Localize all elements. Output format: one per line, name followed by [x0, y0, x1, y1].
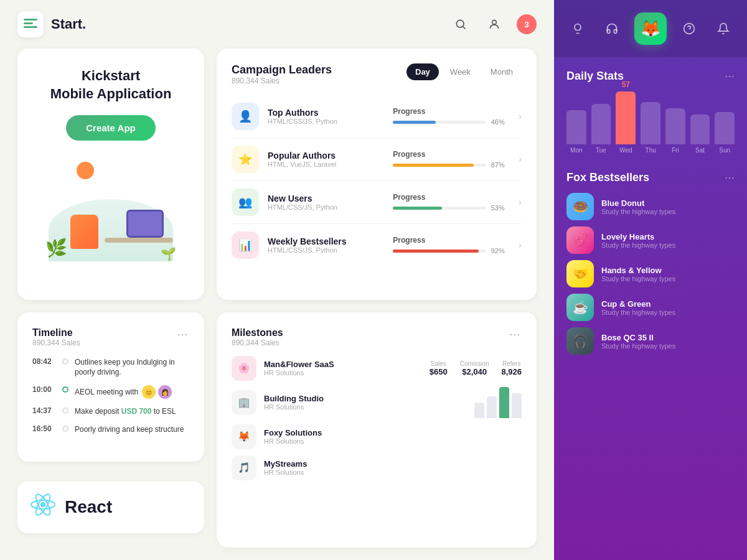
app-title: Start.: [51, 16, 86, 32]
bestseller-thumb-lovely-hearts: 💕: [566, 226, 594, 254]
timeline-dot: [62, 426, 68, 432]
list-item: 08:42 Outlines keep you Indulging in poo…: [32, 357, 189, 378]
ms-stats: Sales $650 Comission $2,040 Refers 8,926: [430, 360, 522, 376]
bestsellers-menu[interactable]: ⋯: [725, 172, 735, 184]
logo-box: [17, 11, 44, 37]
svg-point-3: [40, 502, 45, 507]
milestones-header: Milestones 890,344 Sales ⋯: [232, 327, 522, 347]
chart-bar-fri: Fri: [665, 108, 685, 154]
timeline-title: Timeline: [32, 327, 80, 338]
nav-fox-button[interactable]: 🦊: [634, 12, 667, 45]
list-item: 🤝 Hands & Yellow Study the highway types: [566, 260, 735, 287]
sidebar-nav: 🦊: [554, 0, 747, 57]
row-chevron[interactable]: ›: [519, 111, 522, 122]
timeline-card: Timeline 890,344 Sales ⋯ 08:42 Outlines …: [17, 312, 204, 462]
tab-month[interactable]: Month: [482, 63, 522, 80]
daily-stats-header: Daily Stats ⋯: [566, 70, 735, 83]
user-button[interactable]: [483, 13, 505, 35]
svg-point-2: [492, 20, 497, 24]
bestseller-thumb-cup-green: ☕: [566, 294, 594, 321]
timeline-menu[interactable]: ⋯: [177, 327, 189, 341]
bestseller-thumb-bose: 🎧: [566, 327, 594, 355]
bestseller-name: Bose QC 35 II: [601, 333, 675, 342]
milestone-list: 🌸 Man&Flower SaaS HR Solutions Sales $65…: [232, 356, 522, 480]
timeline-items: 08:42 Outlines keep you Indulging in poo…: [32, 357, 189, 435]
notification-count: 3: [524, 20, 529, 29]
ms-icon-manflower: 🌸: [232, 356, 256, 381]
timeline-dot: [62, 408, 68, 414]
bestseller-name: Hands & Yellow: [601, 266, 675, 275]
search-button[interactable]: [449, 13, 472, 35]
daily-stats-title: Daily Stats: [566, 70, 624, 83]
chart-peak-label: 57: [622, 80, 630, 89]
row-icon-top-authors: 👤: [232, 103, 259, 130]
react-label: React: [65, 497, 112, 517]
daily-stats-menu[interactable]: ⋯: [725, 70, 735, 82]
tab-group: Day Week Month: [406, 63, 522, 80]
list-item: 14:37 Make deposit USD 700 to ESL: [32, 406, 189, 417]
row-info-popular-authors: Popular Authors HTML, VueJS, Laravel: [268, 151, 384, 168]
row-icon-popular-authors: ⭐: [232, 146, 259, 173]
row-progress-new-users: Progress 53%: [393, 193, 509, 212]
bestseller-list: 🍩 Blue Donut Study the highway types 💕 L…: [566, 193, 735, 355]
create-app-button[interactable]: Create App: [66, 115, 155, 141]
bell-icon: [717, 22, 730, 35]
kickstart-illustration: 🌿 🌱: [42, 162, 179, 261]
header: Start. 3: [0, 0, 554, 49]
list-item: ☕ Cup & Green Study the highway types: [566, 294, 735, 321]
bestsellers-title: Fox Bestsellers: [566, 171, 649, 184]
campaign-subtitle: 890,344 Sales: [232, 77, 332, 85]
milestones-menu[interactable]: ⋯: [509, 327, 522, 347]
menu-icon: [24, 19, 37, 30]
nav-headphone-button[interactable]: [599, 16, 624, 41]
daily-stats-section: Daily Stats ⋯ Mon Tue 57 Wed Thu: [554, 57, 747, 165]
bestseller-name: Cup & Green: [601, 299, 675, 309]
campaign-rows: 👤 Top Authors HTML/CSS/JS, Python Progre…: [232, 95, 522, 266]
campaign-title-block: Campaign Leaders 890,344 Sales: [232, 63, 332, 85]
list-item: 🍩 Blue Donut Study the highway types: [566, 193, 735, 220]
help-icon: [683, 22, 695, 35]
svg-line-1: [463, 27, 466, 29]
bestseller-desc: Study the highway types: [601, 309, 675, 316]
row-chevron[interactable]: ›: [519, 197, 522, 208]
campaign-title: Campaign Leaders: [232, 63, 332, 77]
list-item: 🎧 Bose QC 35 II Study the highway types: [566, 327, 735, 355]
header-left: Start.: [17, 11, 86, 37]
bestsellers-header: Fox Bestsellers ⋯: [566, 171, 735, 184]
row-icon-new-users: 👥: [232, 189, 259, 216]
list-item: 🏢 Building Studio HR Solutions: [232, 387, 522, 418]
row-chevron[interactable]: ›: [519, 154, 522, 165]
tab-day[interactable]: Day: [406, 63, 439, 80]
nav-lightbulb-button[interactable]: [565, 16, 590, 41]
left-bottom: Timeline 890,344 Sales ⋯ 08:42 Outlines …: [17, 312, 204, 548]
notification-badge[interactable]: 3: [517, 14, 537, 34]
right-sidebar: 🦊 Daily Stats ⋯ Mon Tue 57: [554, 0, 747, 560]
chart-bar-sun: Sun: [715, 112, 735, 154]
row-chevron[interactable]: ›: [519, 240, 522, 251]
bestseller-thumb-hands-yellow: 🤝: [566, 260, 594, 287]
row-icon-weekly-bestsellers: 📊: [232, 231, 259, 259]
tab-week[interactable]: Week: [441, 63, 479, 80]
ms-icon-building: 🏢: [232, 390, 256, 415]
bestseller-desc: Study the highway types: [601, 342, 675, 350]
daily-stats-chart: Mon Tue 57 Wed Thu Fri: [566, 91, 735, 154]
row-progress-weekly-bestsellers: Progress 92%: [393, 236, 509, 254]
bestseller-thumb-blue-donut: 🍩: [566, 193, 594, 220]
list-item: 🎵 MyStreams HR Solutions: [232, 455, 522, 480]
row-info-weekly-bestsellers: Weekly Bestsellers HTML/CSS/JS, Python: [268, 236, 384, 254]
milestones-subtitle: 890,344 Sales: [232, 338, 283, 347]
kickstart-title: Kickstart Mobile Application: [50, 67, 172, 103]
milestones-card: Milestones 890,344 Sales ⋯ 🌸 Man&Flower …: [217, 312, 537, 548]
react-banner: React: [17, 482, 204, 533]
list-item: 💕 Lovely Hearts Study the highway types: [566, 226, 735, 254]
nav-bell-button[interactable]: [711, 16, 736, 41]
kickstart-card: Kickstart Mobile Application Create App …: [17, 49, 204, 300]
chart-bar-mon: Mon: [566, 110, 586, 154]
header-right: 3: [449, 13, 537, 35]
headphone-icon: [606, 22, 618, 35]
table-row: ⭐ Popular Authors HTML, VueJS, Laravel P…: [232, 138, 522, 181]
list-item: 10:00 AEOL meeting with 😊 👩: [32, 385, 189, 399]
bestseller-name: Lovely Hearts: [601, 232, 675, 241]
svg-point-0: [456, 20, 464, 27]
nav-help-button[interactable]: [677, 16, 702, 41]
